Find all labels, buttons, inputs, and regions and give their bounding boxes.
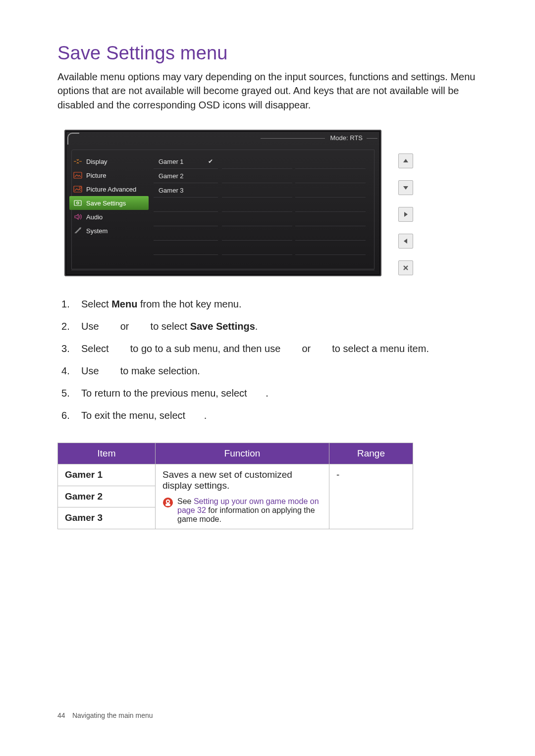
submenu-label: Gamer 3: [159, 187, 184, 194]
menu-item-audio[interactable]: Audio: [69, 210, 149, 224]
osd-corner-decoration: [67, 133, 79, 145]
settings-table: Item Function Range Gamer 1 Saves a new …: [57, 443, 413, 529]
menu-item-picture[interactable]: Picture: [69, 168, 149, 182]
audio-icon: [73, 213, 82, 220]
svg-rect-7: [165, 504, 170, 506]
svg-rect-0: [74, 172, 82, 178]
cell-item-gamer2: Gamer 2: [58, 486, 156, 507]
function-text: Saves a new set of customized display se…: [162, 469, 292, 491]
check-icon: ✔: [208, 158, 213, 165]
menu-label: Picture: [86, 172, 106, 179]
nav-exit-button[interactable]: [398, 260, 413, 275]
step-6: To exit the menu, select .: [81, 408, 478, 423]
osd-main-menu: Display Picture Picture Advanced: [69, 154, 149, 238]
svg-point-2: [79, 187, 81, 189]
nav-left-button[interactable]: [398, 234, 413, 249]
osd-mode-label: Mode: RTS: [330, 134, 363, 142]
th-function: Function: [156, 443, 329, 464]
step-5: To return to the previous menu, select .: [81, 386, 478, 401]
menu-item-picture-advanced[interactable]: Picture Advanced: [69, 182, 149, 196]
step-2: Use or to select Save Settings.: [81, 319, 478, 334]
footer-section: Navigating the main menu: [72, 711, 153, 719]
cell-item-gamer3: Gamer 3: [58, 507, 156, 529]
nav-right-button[interactable]: [398, 207, 413, 222]
menu-label: Display: [86, 158, 107, 165]
function-note: See Setting up your own game mode on pag…: [162, 497, 322, 524]
system-icon: [73, 227, 82, 234]
menu-item-save-settings[interactable]: Save Settings: [69, 196, 149, 210]
submenu-empty: [154, 212, 218, 226]
instruction-list: Select Menu from the hot key menu. Use o…: [81, 297, 478, 423]
osd-value-grid: [222, 154, 369, 269]
step-4: Use to make selection.: [81, 364, 478, 378]
submenu-empty: [154, 226, 218, 241]
page-number: 44: [57, 711, 70, 719]
nav-up-button[interactable]: [398, 153, 413, 168]
menu-label: System: [86, 227, 107, 235]
osd-panel: Mode: RTS Display Picture: [64, 130, 381, 276]
submenu-item-gamer3[interactable]: Gamer 3: [154, 183, 218, 198]
step-3: Select to go to a sub menu, and then use…: [81, 342, 478, 356]
th-item: Item: [58, 443, 156, 464]
tip-icon: [162, 497, 173, 508]
cell-item-gamer1: Gamer 1: [58, 464, 156, 486]
submenu-empty: [154, 241, 218, 255]
submenu-empty: [154, 255, 218, 269]
svg-rect-1: [74, 186, 82, 192]
osd-nav-buttons: [398, 153, 413, 275]
picture-advanced-icon: [73, 186, 82, 193]
picture-icon: [73, 172, 82, 179]
osd-submenu: Gamer 1 ✔ Gamer 2 Gamer 3: [154, 154, 218, 269]
step-1: Select Menu from the hot key menu.: [81, 297, 478, 311]
menu-item-system[interactable]: System: [69, 224, 149, 238]
page-title: Save Settings menu: [57, 43, 478, 64]
menu-label: Picture Advanced: [86, 186, 136, 193]
display-icon: [73, 158, 82, 165]
nav-down-button[interactable]: [398, 180, 413, 195]
cell-range: -: [329, 464, 413, 529]
svg-point-4: [77, 202, 79, 204]
osd-screenshot: Mode: RTS Display Picture: [64, 130, 413, 282]
svg-point-8: [167, 501, 169, 503]
submenu-empty: [154, 198, 218, 212]
menu-item-display[interactable]: Display: [69, 154, 149, 168]
menu-label: Audio: [86, 213, 103, 221]
submenu-item-gamer1[interactable]: Gamer 1 ✔: [154, 154, 218, 169]
submenu-label: Gamer 2: [159, 172, 184, 180]
cell-function: Saves a new set of customized display se…: [156, 464, 329, 529]
submenu-label: Gamer 1: [159, 158, 184, 165]
page-footer: 44 Navigating the main menu: [57, 711, 153, 719]
menu-label: Save Settings: [86, 200, 126, 207]
save-settings-icon: [73, 200, 82, 206]
submenu-item-gamer2[interactable]: Gamer 2: [154, 169, 218, 183]
th-range: Range: [329, 443, 413, 464]
intro-text: Available menu options may vary dependin…: [57, 70, 478, 112]
svg-rect-3: [74, 201, 81, 205]
